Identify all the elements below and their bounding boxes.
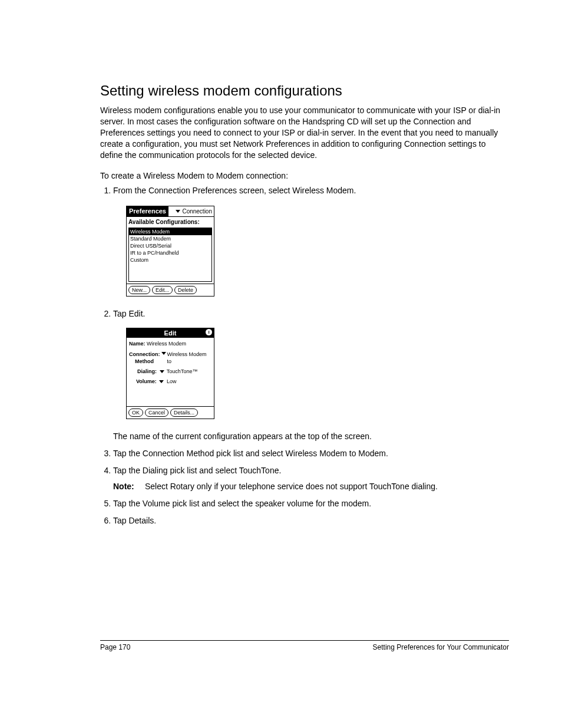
connection-row: Connection: Method Wireless Modem to <box>129 351 211 365</box>
app-title: Preferences <box>127 206 168 216</box>
panel-menu[interactable]: Connection <box>174 207 214 216</box>
chevron-down-icon[interactable] <box>159 380 164 383</box>
delete-button[interactable]: Delete <box>174 286 197 294</box>
dialog-body: Name: Wireless Modem Connection: Method … <box>127 338 214 406</box>
page-heading: Setting wireless modem configurations <box>100 83 509 99</box>
step-aftertext: The name of the current configuration ap… <box>113 431 509 442</box>
screenshot-titlebar: Preferences Connection <box>127 206 214 217</box>
document-page: Setting wireless modem configurations Wi… <box>0 0 562 728</box>
dialing-row: Dialing: TouchTone™ <box>129 368 211 375</box>
list-item[interactable]: IR to a PC/Handheld <box>129 249 211 256</box>
name-row: Name: Wireless Modem <box>129 340 211 347</box>
volume-row: Volume: Low <box>129 378 211 385</box>
panel-menu-label: Connection <box>182 207 212 216</box>
step-1: From the Connection Preferences screen, … <box>113 185 509 296</box>
step-2: Tap Edit. Edit i Name: Wireless Modem Co… <box>113 308 509 443</box>
footer-section-title: Setting Preferences for Your Communicato… <box>373 643 509 651</box>
step-text: From the Connection Preferences screen, … <box>113 186 356 195</box>
volume-value: Low <box>167 378 177 384</box>
dialog-titlebar: Edit i <box>127 328 214 338</box>
note-row: Note: Select Rotary only if your telepho… <box>113 481 509 492</box>
intro-paragraph: Wireless modem configurations enable you… <box>100 105 509 160</box>
procedure-list: From the Connection Preferences screen, … <box>100 185 509 526</box>
new-button[interactable]: New... <box>128 286 150 294</box>
chevron-down-icon <box>176 210 180 213</box>
step-text: Tap Edit. <box>113 309 145 318</box>
step-6: Tap Details. <box>113 515 509 526</box>
list-item[interactable]: Standard Modem <box>129 235 211 242</box>
config-list[interactable]: Wireless Modem Standard Modem Direct USB… <box>128 228 212 282</box>
step-text: Tap the Dialing pick list and select Tou… <box>113 466 281 475</box>
preferences-screenshot: Preferences Connection Available Configu… <box>126 206 214 296</box>
step-3: Tap the Connection Method pick list and … <box>113 448 509 459</box>
list-item[interactable]: Custom <box>129 256 211 263</box>
name-value: Wireless Modem <box>147 341 186 347</box>
note-label: Note: <box>113 481 143 492</box>
ok-button[interactable]: OK <box>128 409 143 417</box>
connection-value: Wireless Modem to <box>167 351 212 365</box>
step-4: Tap the Dialing pick list and select Tou… <box>113 465 509 492</box>
dialog-title: Edit <box>164 330 177 337</box>
step-5: Tap the Volume pick list and select the … <box>113 498 509 509</box>
button-row: New... Edit... Delete <box>127 284 214 296</box>
connection-label: Connection: <box>129 351 160 358</box>
edit-screenshot: Edit i Name: Wireless Modem Connection: … <box>126 328 214 420</box>
list-item[interactable]: Direct USB/Serial <box>129 242 211 249</box>
page-number: Page 170 <box>100 643 130 651</box>
chevron-down-icon[interactable] <box>161 352 166 355</box>
page-footer: Page 170 Setting Preferences for Your Co… <box>100 640 509 651</box>
note-text: Select Rotary only if your telephone ser… <box>145 482 438 491</box>
list-item[interactable]: Wireless Modem <box>129 228 211 235</box>
name-label: Name: <box>129 341 146 347</box>
method-label: Method <box>129 358 160 365</box>
dialing-value: TouchTone™ <box>167 368 198 374</box>
button-row: OK Cancel Details... <box>127 406 214 419</box>
list-header: Available Configurations: <box>127 217 214 226</box>
info-icon[interactable]: i <box>206 329 212 335</box>
edit-button[interactable]: Edit... <box>152 286 173 294</box>
chevron-down-icon[interactable] <box>160 370 164 373</box>
dialing-label: Dialing: <box>137 368 157 374</box>
cancel-button[interactable]: Cancel <box>145 409 168 417</box>
details-button[interactable]: Details... <box>170 409 198 417</box>
procedure-heading: To create a Wireless Modem to Modem conn… <box>100 171 509 180</box>
volume-label: Volume: <box>136 378 157 384</box>
